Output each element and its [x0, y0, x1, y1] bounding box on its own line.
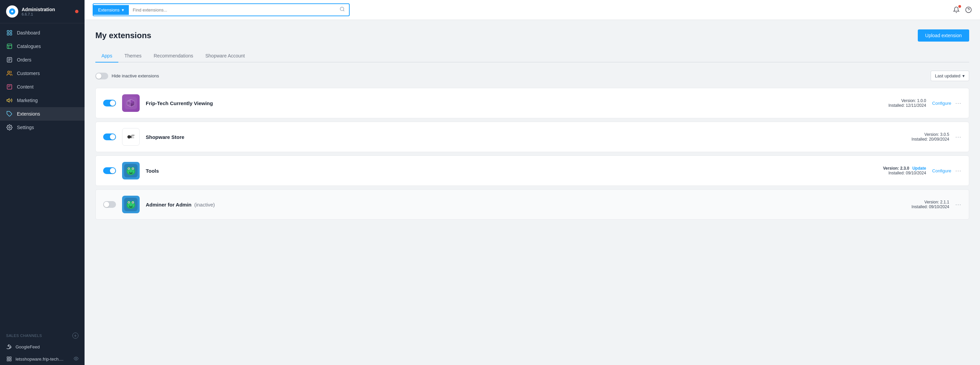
svg-point-18 [9, 127, 11, 129]
extension-info-frip-tech: Frip-Tech Currently Viewing [146, 100, 882, 106]
tab-shopware-account[interactable]: Shopware Account [199, 50, 251, 62]
sidebar-item-orders[interactable]: Orders [0, 53, 84, 67]
update-tools-button[interactable]: Update [912, 166, 926, 171]
extension-icon-tools [122, 162, 140, 179]
svg-rect-5 [7, 44, 12, 49]
inactive-label: (inactive) [194, 202, 215, 208]
extension-meta-frip-tech: Version: 1.0.0 Installed: 12/11/2024 [888, 98, 926, 108]
sidebar-item-label: Marketing [17, 98, 38, 103]
sidebar-header: Administration 6.6.7.1 [0, 0, 84, 23]
svg-rect-3 [7, 33, 9, 35]
svg-point-51 [132, 168, 134, 169]
grid-icon [6, 356, 12, 362]
page-header: My extensions Upload extension [95, 29, 969, 41]
svg-rect-42 [132, 138, 134, 138]
more-options-shopware-store-button[interactable]: ··· [955, 134, 961, 140]
hide-inactive-row: Hide inactive extensions [95, 73, 159, 79]
marketing-icon [6, 97, 13, 104]
rocket-icon [6, 344, 12, 350]
extension-installed-adminer: Installed: 09/10/2024 [912, 205, 949, 209]
svg-line-26 [343, 10, 344, 11]
filter-bar: Hide inactive extensions Last updated ▾ [95, 71, 969, 81]
more-options-tools-button[interactable]: ··· [955, 168, 961, 174]
extension-toggle-frip-tech[interactable] [103, 100, 116, 106]
hide-inactive-toggle[interactable] [95, 73, 108, 79]
sidebar-item-label: Extensions [17, 111, 40, 117]
extension-toggle-tools[interactable] [103, 167, 116, 174]
svg-point-54 [132, 172, 133, 172]
notifications-button[interactable] [953, 6, 960, 13]
extension-name-adminer: Adminer for Admin (inactive) [146, 202, 905, 208]
sidebar-item-dashboard[interactable]: Dashboard [0, 26, 84, 40]
topbar: Extensions ▾ [84, 0, 980, 20]
tab-themes[interactable]: Themes [118, 50, 148, 62]
svg-point-19 [8, 345, 9, 346]
sidebar-item-marketing[interactable]: Marketing [0, 94, 84, 107]
svg-point-65 [129, 205, 130, 206]
svg-rect-20 [7, 357, 9, 359]
sidebar-item-settings[interactable]: Settings [0, 121, 84, 134]
main-content: Extensions ▾ [84, 0, 980, 365]
extension-installed-tools: Installed: 09/10/2024 [883, 171, 926, 175]
sidebar-item-label: Dashboard [17, 30, 40, 35]
extension-toggle-adminer[interactable] [103, 201, 116, 208]
extension-version-frip-tech: Version: 1.0.0 [888, 98, 926, 103]
more-options-adminer-button[interactable]: ··· [955, 202, 961, 208]
extension-toggle-shopware-store[interactable] [103, 133, 116, 140]
extension-meta-adminer: Version: 2.1.1 Installed: 09/10/2024 [912, 200, 949, 209]
extension-card-frip-tech: Frip-Tech Currently Viewing Version: 1.0… [95, 88, 969, 118]
settings-icon [6, 124, 13, 131]
search-category-label: Extensions [98, 8, 120, 13]
sidebar-channel-googlefeed[interactable]: GoogleFeed [0, 341, 84, 353]
brand-logo [6, 5, 18, 17]
topbar-icons [953, 6, 972, 13]
svg-rect-21 [10, 357, 11, 359]
svg-point-63 [132, 202, 134, 203]
sidebar-channel-letsshopware[interactable]: letsshopware.frip-tech.... [0, 353, 84, 365]
extension-actions-adminer: ··· [955, 202, 961, 208]
customers-icon [6, 70, 13, 77]
extension-card-tools: Tools Version: 2.3.0 Update Installed: 0… [95, 156, 969, 186]
svg-rect-41 [132, 136, 134, 137]
sidebar-item-catalogues[interactable]: Catalogues [0, 40, 84, 53]
sidebar-item-label: Orders [17, 57, 32, 62]
upload-extension-button[interactable]: Upload extension [918, 29, 969, 41]
extension-card-shopware-store: Shopware Store Version: 3.0.5 Installed:… [95, 122, 969, 152]
svg-rect-39 [130, 135, 132, 138]
help-button[interactable] [965, 6, 972, 13]
page-title: My extensions [95, 31, 151, 40]
extension-installed-shopware-store: Installed: 20/09/2024 [912, 137, 949, 141]
svg-rect-22 [7, 359, 9, 361]
extension-version-shopware-store: Version: 3.0.5 [912, 132, 949, 137]
svg-point-53 [129, 172, 130, 172]
tab-apps[interactable]: Apps [95, 50, 118, 62]
search-container: Extensions ▾ [93, 3, 350, 16]
configure-frip-tech-button[interactable]: Configure [932, 101, 951, 106]
sidebar-item-customers[interactable]: Customers [0, 67, 84, 80]
add-sales-channel-button[interactable]: + [72, 333, 78, 339]
sidebar-item-extensions[interactable]: Extensions [0, 107, 84, 121]
search-category-dropdown[interactable]: Extensions ▾ [93, 5, 129, 15]
dashboard-icon [6, 29, 13, 36]
configure-tools-button[interactable]: Configure [932, 168, 951, 173]
content-icon [6, 84, 13, 90]
extensions-icon [6, 111, 13, 117]
sales-channels-title: Sales Channels + [0, 327, 84, 341]
search-submit-button[interactable] [336, 4, 349, 16]
svg-point-50 [129, 168, 129, 169]
brand-name: Administration [22, 7, 72, 13]
svg-point-62 [129, 202, 129, 203]
eye-icon[interactable] [74, 356, 78, 362]
sidebar-item-content[interactable]: Content [0, 80, 84, 94]
more-options-frip-tech-button[interactable]: ··· [955, 100, 961, 106]
search-input[interactable] [129, 5, 336, 15]
extension-installed-frip-tech: Installed: 12/11/2024 [888, 103, 926, 108]
extension-actions-shopware-store: ··· [955, 134, 961, 140]
sort-dropdown[interactable]: Last updated ▾ [931, 71, 969, 81]
extension-info-shopware-store: Shopware Store [146, 134, 905, 140]
brand-version: 6.6.7.1 [22, 12, 72, 16]
extension-actions-frip-tech: Configure ··· [932, 100, 961, 106]
tab-recommendations[interactable]: Recommendations [148, 50, 199, 62]
svg-rect-1 [7, 30, 9, 32]
extension-actions-tools: Configure ··· [932, 168, 961, 174]
